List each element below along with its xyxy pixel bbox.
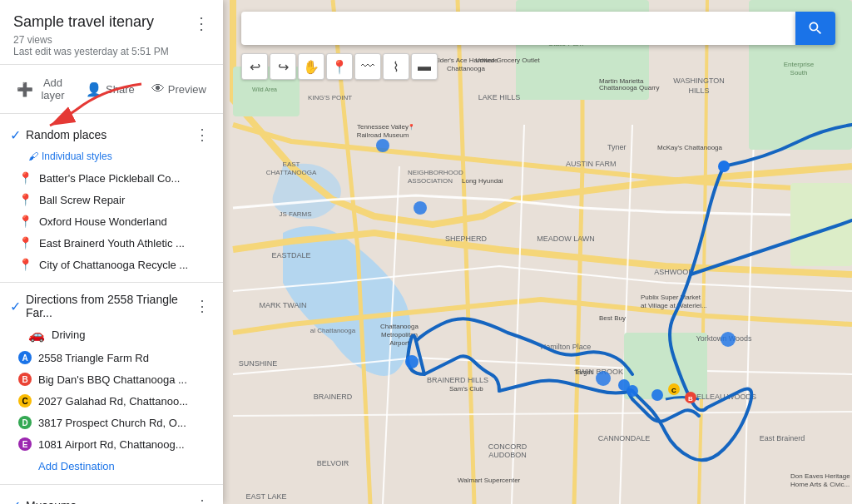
waypoint-icon-b: B <box>18 373 32 386</box>
views-count: 27 views <box>13 34 52 46</box>
svg-text:McKay's Chattanooga: McKay's Chattanooga <box>657 144 723 151</box>
svg-text:Target: Target <box>574 368 593 376</box>
preview-button[interactable]: 👁 Preview <box>145 77 213 101</box>
styles-icon: 🖌 <box>28 151 38 162</box>
svg-text:South: South <box>790 69 808 77</box>
layer-menu-button[interactable]: ⋮ <box>191 495 213 504</box>
layer-random-places: ✓ Random places ⋮ 🖌 Individual styles 📍 … <box>0 114 223 283</box>
search-input[interactable] <box>241 12 795 45</box>
share-button[interactable]: 👤 Share <box>79 77 141 102</box>
waypoint-e[interactable]: E 1081 Airport Rd, Chattanoog... <box>0 433 223 455</box>
svg-text:CANNONDALE: CANNONDALE <box>598 434 651 442</box>
preview-icon: 👁 <box>151 82 165 96</box>
line-button[interactable]: 〰 <box>354 53 381 80</box>
measure-button[interactable]: ⌇ <box>383 53 409 80</box>
add-layer-button[interactable]: ➕ Add layer <box>10 72 76 106</box>
map-controls: ↩ ↪ ✋ 📍 〰 ⌇ ▬ <box>241 53 438 80</box>
svg-text:LAKE HILLS: LAKE HILLS <box>478 93 521 101</box>
list-item[interactable]: 📍 East Brainerd Youth Athletic ... <box>0 232 223 254</box>
layer-menu-button[interactable]: ⋮ <box>191 295 213 317</box>
layer-check-icon: ✓ <box>10 498 21 505</box>
svg-text:Chattanooga: Chattanooga <box>447 65 485 72</box>
pin-icon: 📍 <box>18 193 32 206</box>
pan-button[interactable]: ✋ <box>298 53 324 80</box>
list-item[interactable]: 📍 Batter's Place Pickleball Co... <box>0 167 223 189</box>
svg-text:CONCORD: CONCORD <box>488 442 528 451</box>
svg-text:AUSTIN FARM: AUSTIN FARM <box>566 160 617 168</box>
individual-styles-label: Individual styles <box>42 151 112 162</box>
undo-button[interactable]: ↩ <box>241 53 268 80</box>
layer-museums-header[interactable]: ✓ Museums ⋮ <box>0 492 223 504</box>
svg-text:Walmart Supercenter: Walmart Supercenter <box>458 477 521 484</box>
svg-text:SHEPHERD: SHEPHERD <box>445 235 488 243</box>
waypoint-icon-e: E <box>18 437 32 451</box>
svg-text:WASHINGTON: WASHINGTON <box>673 77 725 85</box>
svg-text:Chattanooga Quarry: Chattanooga Quarry <box>599 84 660 91</box>
waypoint-c[interactable]: C 2027 Galahad Rd, Chattanoo... <box>0 390 223 412</box>
waypoint-d[interactable]: D 3817 Prospect Church Rd, O... <box>0 412 223 433</box>
waypoint-icon-a: A <box>18 351 32 364</box>
more-button[interactable]: ▬ <box>411 53 438 80</box>
svg-text:BRAINERD: BRAINERD <box>314 393 353 401</box>
svg-text:CHATTANOOGA: CHATTANOOGA <box>266 169 317 176</box>
individual-styles-link[interactable]: 🖌 Individual styles <box>0 149 223 167</box>
search-icon <box>807 20 824 37</box>
pin-icon: 📍 <box>18 236 32 250</box>
driving-mode[interactable]: 🚗 Driving <box>0 323 223 347</box>
layer-directions: ✓ Directions from 2558 Triangle Far... ⋮… <box>0 283 223 485</box>
place-name: East Brainerd Youth Athletic ... <box>39 237 185 250</box>
layer-check-icon: ✓ <box>10 127 21 143</box>
svg-text:East Brainerd: East Brainerd <box>760 434 805 442</box>
svg-point-73 <box>376 139 389 152</box>
svg-point-71 <box>405 355 419 368</box>
share-label: Share <box>106 83 135 96</box>
svg-text:Chattanooga: Chattanooga <box>380 323 419 330</box>
driving-label: Driving <box>52 329 85 341</box>
list-item[interactable]: 📍 Oxford House Wonderland <box>0 210 223 232</box>
svg-text:Tyner: Tyner <box>607 143 627 151</box>
svg-text:AUDOBON: AUDOBON <box>488 451 527 459</box>
svg-text:Tennessee Valley: Tennessee Valley <box>357 123 409 131</box>
svg-text:Don Eaves Heritage: Don Eaves Heritage <box>790 472 850 480</box>
svg-text:Long Hyundai: Long Hyundai <box>462 177 503 185</box>
svg-text:Airport: Airport <box>389 339 409 347</box>
list-item[interactable]: 📍 Ball Screw Repair <box>0 189 223 210</box>
car-icon: 🚗 <box>28 327 45 343</box>
layer-museums: ✓ Museums ⋮ 🖌 Individual styles 📍 TVRM -… <box>0 485 223 504</box>
waypoint-icon-c: C <box>18 394 32 408</box>
svg-text:Best Buy: Best Buy <box>599 314 626 322</box>
header: Sample travel itenary 27 views Last edit… <box>0 0 223 65</box>
svg-text:BELVOIR: BELVOIR <box>317 459 349 467</box>
list-item[interactable]: 📍 City of Chattanooga Recycle ... <box>0 254 223 275</box>
svg-text:Home Arts & Civic...: Home Arts & Civic... <box>790 481 850 488</box>
header-menu-button[interactable]: ⋮ <box>190 13 213 33</box>
search-button[interactable] <box>795 12 835 45</box>
waypoint-text: 3817 Prospect Church Rd, O... <box>38 417 186 429</box>
layer-directions-header[interactable]: ✓ Directions from 2558 Triangle Far... ⋮ <box>0 289 223 323</box>
svg-text:KING'S POINT: KING'S POINT <box>308 94 352 101</box>
marker-button[interactable]: 📍 <box>326 53 353 80</box>
redo-button[interactable]: ↪ <box>270 53 296 80</box>
place-name: Ball Screw Repair <box>39 194 125 206</box>
add-destination-link[interactable]: Add Destination <box>0 455 223 477</box>
waypoint-text: 1081 Airport Rd, Chattanoog... <box>38 438 185 451</box>
waypoint-a[interactable]: A 2558 Triangle Farm Rd <box>0 347 223 368</box>
waypoint-b[interactable]: B Big Dan's BBQ Chattanooga ... <box>0 368 223 390</box>
layer-title: Directions from 2558 Triangle Far... <box>26 293 191 319</box>
layer-menu-button[interactable]: ⋮ <box>191 124 213 146</box>
svg-text:al Chattanooga: al Chattanooga <box>310 327 356 334</box>
svg-text:JS FARMS: JS FARMS <box>279 210 311 218</box>
svg-text:ASSOCIATION: ASSOCIATION <box>408 177 453 185</box>
svg-text:ASHWOOD: ASHWOOD <box>654 268 694 276</box>
svg-text:EAST: EAST <box>283 161 300 168</box>
svg-text:Enterprise: Enterprise <box>784 61 815 68</box>
svg-point-72 <box>414 201 427 215</box>
add-destination-label: Add Destination <box>38 460 115 472</box>
svg-text:EAST LAKE: EAST LAKE <box>246 492 287 501</box>
layer-random-places-header[interactable]: ✓ Random places ⋮ <box>0 121 223 149</box>
add-layer-icon: ➕ <box>17 82 33 97</box>
sidebar: Sample travel itenary 27 views Last edit… <box>0 0 223 504</box>
waypoint-icon-d: D <box>18 416 32 429</box>
header-meta: 27 views Last edit was yesterday at 5:51… <box>13 34 210 57</box>
svg-text:BRAINERD HILLS: BRAINERD HILLS <box>427 376 488 384</box>
